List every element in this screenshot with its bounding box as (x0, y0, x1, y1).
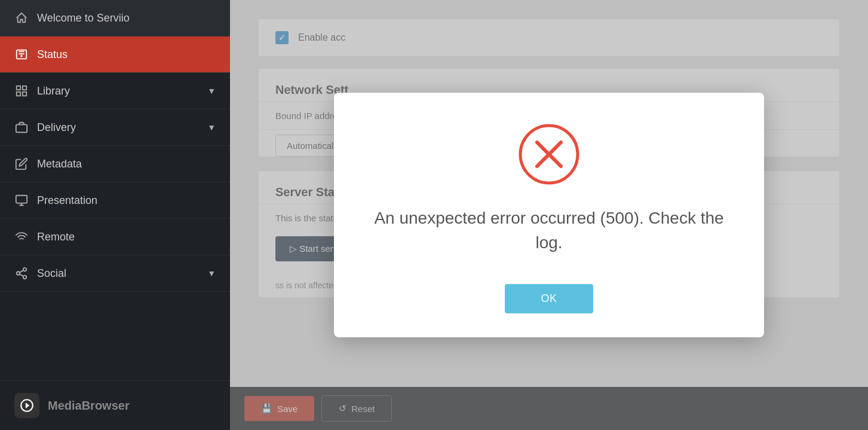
sidebar-welcome-label: Welcome to Serviio (37, 12, 130, 25)
home-icon (14, 11, 29, 25)
svg-rect-6 (16, 196, 27, 203)
svg-point-0 (21, 56, 22, 57)
modal-overlay: An unexpected error occurred (500). Chec… (230, 0, 868, 430)
svg-rect-4 (23, 92, 26, 96)
modal-error-message: An unexpected error occurred (500). Chec… (370, 206, 728, 255)
sidebar-item-library[interactable]: Library ▼ (0, 73, 230, 109)
sidebar-item-social[interactable]: Social ▼ (0, 255, 230, 292)
sidebar-item-metadata[interactable]: Metadata (0, 146, 230, 182)
svg-point-9 (23, 276, 27, 279)
svg-rect-1 (17, 86, 20, 90)
svg-rect-2 (23, 86, 26, 90)
social-chevron-icon: ▼ (207, 269, 216, 278)
sidebar-item-delivery[interactable]: Delivery ▼ (0, 109, 230, 146)
sidebar: Welcome to Serviio Status Library ▼ (0, 0, 230, 430)
sidebar-delivery-label: Delivery (37, 121, 76, 134)
library-chevron-icon: ▼ (207, 86, 216, 96)
library-icon (14, 84, 29, 98)
delivery-icon (14, 120, 29, 135)
sidebar-library-label: Library (37, 85, 70, 97)
sidebar-item-status[interactable]: Status (0, 36, 230, 73)
error-circle-icon (516, 121, 582, 187)
sidebar-remote-label: Remote (37, 231, 75, 243)
metadata-icon (14, 157, 29, 171)
sidebar-status-label: Status (37, 48, 68, 61)
plug-icon (14, 47, 29, 62)
brand-name: MediaBrowser (48, 399, 130, 413)
error-modal: An unexpected error occurred (500). Chec… (334, 93, 764, 337)
sidebar-footer: MediaBrowser (0, 380, 230, 430)
sidebar-item-remote[interactable]: Remote (0, 219, 230, 255)
delivery-chevron-icon: ▼ (207, 123, 216, 132)
svg-point-7 (23, 268, 27, 272)
sidebar-item-presentation[interactable]: Presentation (0, 182, 230, 219)
svg-rect-5 (16, 124, 27, 132)
remote-icon (14, 230, 29, 244)
brand-logo (14, 393, 39, 418)
sidebar-social-label: Social (37, 267, 66, 280)
main-content-area: ✓ Enable acc Network Sett Bound IP addre… (230, 0, 868, 430)
svg-rect-3 (17, 92, 20, 96)
sidebar-presentation-label: Presentation (37, 194, 97, 207)
modal-ok-button[interactable]: OK (505, 284, 593, 313)
modal-ok-label: OK (541, 292, 557, 304)
svg-point-8 (17, 272, 20, 275)
sidebar-metadata-label: Metadata (37, 158, 82, 170)
social-icon (14, 266, 29, 280)
presentation-icon (14, 193, 29, 208)
sidebar-item-welcome[interactable]: Welcome to Serviio (0, 0, 230, 36)
